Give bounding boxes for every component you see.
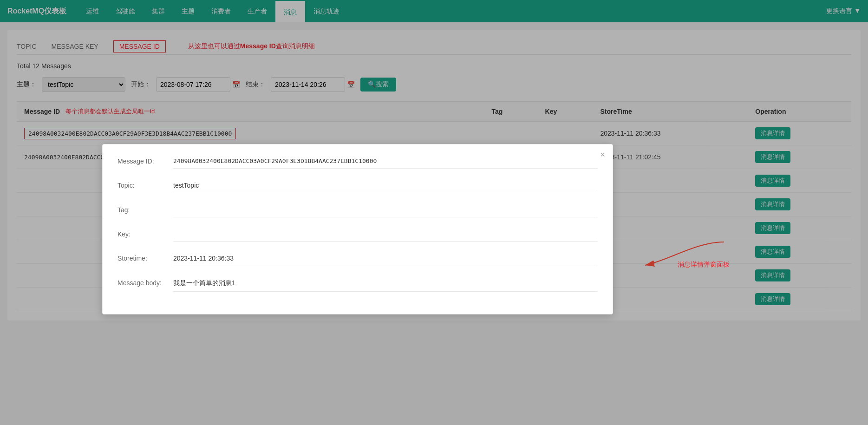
modal-annotation-text: 消息详情弹窗面板 <box>678 261 730 269</box>
modal-value-body: 我是一个简单的消息1 <box>173 277 598 292</box>
modal-close-button[interactable]: × <box>600 150 605 160</box>
modal-value-message-id: 24098A0032400E802DACC03A0CF29A0F3E3D18B4… <box>173 156 598 169</box>
modal-value-topic: testTopic <box>173 180 598 193</box>
modal-row-message-id: Message ID: 24098A0032400E802DACC03A0CF2… <box>117 156 598 169</box>
modal-label-body: Message body: <box>117 277 173 287</box>
modal-value-tag <box>173 204 598 217</box>
modal-row-tag: Tag: <box>117 204 598 217</box>
modal-label-message-id: Message ID: <box>117 156 173 165</box>
modal-overlay: × Message ID: 24098A0032400E802DACC03A0C… <box>0 0 868 328</box>
modal-value-key <box>173 229 598 242</box>
annotation-arrow <box>640 237 733 275</box>
modal-label-storetime: Storetime: <box>117 253 173 262</box>
modal-row-key: Key: <box>117 229 598 242</box>
modal-value-storetime: 2023-11-11 20:36:33 <box>173 253 598 266</box>
modal-panel: × Message ID: 24098A0032400E802DACC03A0C… <box>102 144 613 314</box>
modal-annotation-container: 消息详情弹窗面板 <box>640 237 733 269</box>
modal-row-topic: Topic: testTopic <box>117 180 598 193</box>
modal-row-storetime: Storetime: 2023-11-11 20:36:33 <box>117 253 598 266</box>
modal-row-body: Message body: 我是一个简单的消息1 <box>117 277 598 292</box>
modal-label-tag: Tag: <box>117 204 173 214</box>
modal-label-key: Key: <box>117 229 173 238</box>
modal-label-topic: Topic: <box>117 180 173 189</box>
